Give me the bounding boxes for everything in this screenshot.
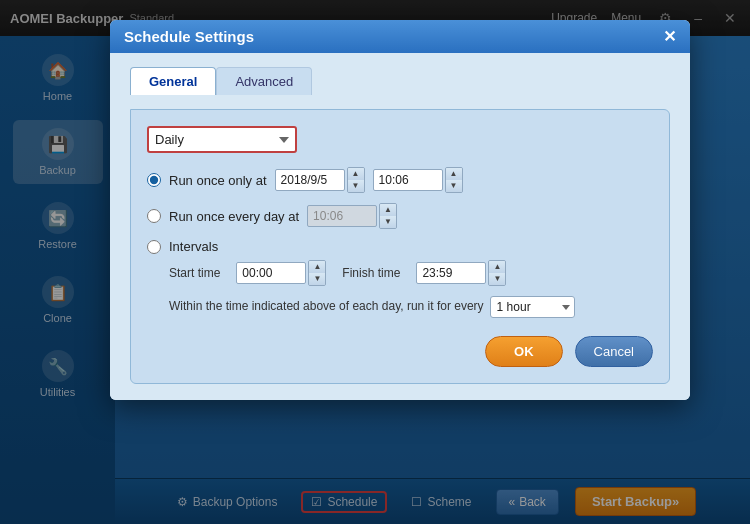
run-once-time-input[interactable]	[373, 169, 443, 191]
daily-time-up-button: ▲	[380, 204, 396, 216]
intervals-section: Start time ▲ ▼ Finish time	[169, 260, 653, 318]
time-down-button[interactable]: ▼	[446, 180, 462, 192]
tab-general-label: General	[149, 74, 197, 89]
within-row: Within the time indicated above of each …	[169, 296, 653, 318]
schedule-radio-group: Run once only at ▲ ▼ ▲	[147, 167, 653, 318]
run-once-time-group: ▲ ▼	[373, 167, 463, 193]
tab-general[interactable]: General	[130, 67, 216, 95]
start-time-spinner[interactable]: ▲ ▼	[308, 260, 326, 286]
run-once-date-input[interactable]	[275, 169, 345, 191]
settings-panel: Daily Weekly Monthly Once USB plug in Re…	[130, 109, 670, 384]
date-spinner[interactable]: ▲ ▼	[347, 167, 365, 193]
run-once-radio[interactable]	[147, 173, 161, 187]
run-daily-time-input	[307, 205, 377, 227]
tab-advanced-label: Advanced	[235, 74, 293, 89]
intervals-label: Intervals	[169, 239, 218, 254]
run-daily-row: Run once every day at ▲ ▼	[147, 203, 653, 229]
start-finish-row: Start time ▲ ▼ Finish time	[169, 260, 653, 286]
time-spinner[interactable]: ▲ ▼	[445, 167, 463, 193]
interval-select[interactable]: 30 minutes 1 hour 2 hours 3 hours 6 hour…	[490, 296, 575, 318]
run-once-row: Run once only at ▲ ▼ ▲	[147, 167, 653, 193]
run-daily-radio[interactable]	[147, 209, 161, 223]
run-once-date-group: ▲ ▼	[275, 167, 365, 193]
start-time-group: ▲ ▼	[236, 260, 326, 286]
date-down-button[interactable]: ▼	[348, 180, 364, 192]
app-background: AOMEI Backupper Standard Upgrade Menu ⚙ …	[0, 0, 750, 524]
dialog-title: Schedule Settings	[124, 28, 254, 45]
run-daily-label: Run once every day at	[169, 209, 299, 224]
start-time-up-button[interactable]: ▲	[309, 261, 325, 273]
finish-time-spinner[interactable]: ▲ ▼	[488, 260, 506, 286]
intervals-row: Intervals Start time ▲ ▼	[147, 239, 653, 318]
finish-time-group: ▲ ▼	[416, 260, 506, 286]
frequency-dropdown-row: Daily Weekly Monthly Once USB plug in Re…	[147, 126, 653, 153]
finish-time-up-button[interactable]: ▲	[489, 261, 505, 273]
start-time-input[interactable]	[236, 262, 306, 284]
dialog-title-bar: Schedule Settings ✕	[110, 20, 690, 53]
finish-time-down-button[interactable]: ▼	[489, 273, 505, 285]
finish-time-input[interactable]	[416, 262, 486, 284]
finish-time-label: Finish time	[342, 266, 400, 280]
daily-time-down-button: ▼	[380, 216, 396, 228]
daily-time-spinner: ▲ ▼	[379, 203, 397, 229]
ok-button[interactable]: OK	[485, 336, 563, 367]
frequency-select[interactable]: Daily Weekly Monthly Once USB plug in Re…	[147, 126, 297, 153]
intervals-radio[interactable]	[147, 240, 161, 254]
within-text: Within the time indicated above of each …	[169, 297, 484, 316]
cancel-button[interactable]: Cancel	[575, 336, 653, 367]
date-up-button[interactable]: ▲	[348, 168, 364, 180]
run-once-label: Run once only at	[169, 173, 267, 188]
start-time-down-button[interactable]: ▼	[309, 273, 325, 285]
schedule-settings-dialog: Schedule Settings ✕ General Advanced Dai…	[110, 20, 690, 400]
start-time-label: Start time	[169, 266, 220, 280]
dialog-close-button[interactable]: ✕	[663, 29, 676, 45]
dialog-tabs: General Advanced	[130, 67, 670, 95]
run-daily-time-group: ▲ ▼	[307, 203, 397, 229]
tab-advanced[interactable]: Advanced	[216, 67, 312, 95]
time-up-button[interactable]: ▲	[446, 168, 462, 180]
dialog-body: General Advanced Daily Weekly Monthly On…	[110, 53, 690, 400]
intervals-radio-row: Intervals	[147, 239, 653, 254]
dialog-footer: OK Cancel	[147, 336, 653, 367]
